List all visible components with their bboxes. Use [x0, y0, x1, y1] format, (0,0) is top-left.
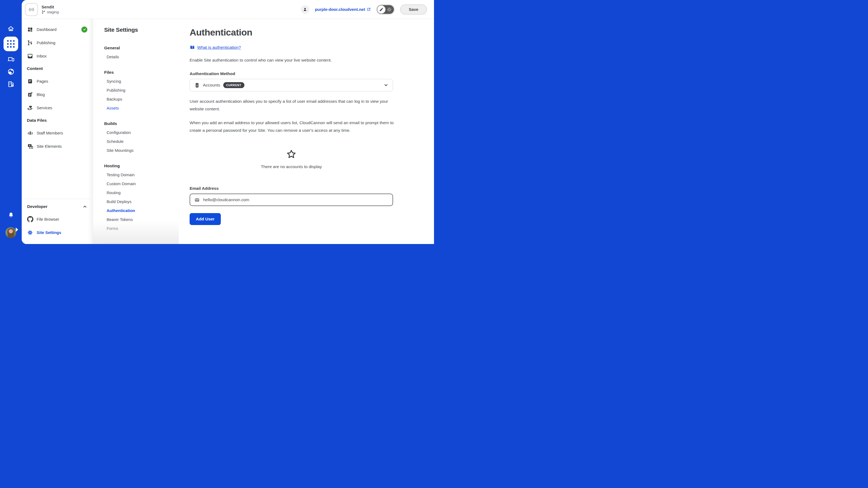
settings-sections: GeneralDetailsFilesSyncingPublishingBack…: [104, 43, 179, 233]
developer-section: Developer File Browser Site Settings: [24, 199, 90, 240]
mail-icon: [194, 197, 200, 203]
settings-item-site-mountings[interactable]: Site Mountings: [104, 146, 179, 155]
settings-item-authentication[interactable]: Authentication: [104, 206, 179, 215]
topbar-actions: purple-door.cloudvent.net Save: [301, 4, 427, 14]
rail-item[interactable]: [3, 53, 18, 65]
settings-item-bearer-tokens[interactable]: Bearer Tokens: [104, 215, 179, 224]
developer-label: Developer: [27, 204, 48, 209]
sidebar-item-dashboard[interactable]: Dashboard: [22, 23, 93, 36]
chevron-up-icon[interactable]: [83, 204, 87, 209]
apps-grid-icon: [7, 40, 14, 48]
settings-section-header-builds: Builds: [104, 119, 179, 128]
settings-item-custom-domain[interactable]: Custom Domain: [104, 179, 179, 188]
main-content: Authentication What is authentication? E…: [179, 19, 434, 244]
page-title: Authentication: [190, 27, 423, 38]
workflow-icon: [27, 40, 33, 46]
site-elements-icon: [27, 143, 33, 150]
settings-item-schedule[interactable]: Schedule: [104, 137, 179, 146]
empty-state-message: There are no accounts to display: [190, 164, 393, 169]
sidebar-item-site-elements[interactable]: Site Elements: [22, 140, 93, 153]
sidebar-item-services[interactable]: Services: [22, 101, 93, 115]
rail-nav: [3, 23, 18, 90]
dashboard-icon: [27, 27, 33, 33]
rail-item-active[interactable]: [3, 37, 18, 51]
blog-icon: [27, 92, 33, 98]
sidebar-item-label: Publishing: [37, 40, 55, 45]
email-address-label: Email Address: [190, 186, 423, 191]
add-user-button[interactable]: Add User: [190, 213, 221, 225]
live-site-link[interactable]: purple-door.cloudvent.net: [315, 7, 371, 12]
cloudcannon-logo-icon[interactable]: [5, 3, 17, 16]
expand-arrow-icon[interactable]: [16, 227, 18, 232]
user-avatar[interactable]: [5, 227, 16, 238]
external-link-icon: [367, 7, 371, 11]
staff-icon: [27, 130, 33, 136]
sidebar-item-label: Site Settings: [37, 230, 61, 235]
sidebar-header-developer[interactable]: Developer: [24, 201, 90, 213]
doc-link-row: What is authentication?: [190, 45, 423, 50]
authentication-method-select[interactable]: Accounts CURRENT: [190, 79, 393, 91]
settings-section-header-hosting: Hosting: [104, 161, 179, 170]
sidebar-item-publishing[interactable]: Publishing: [22, 36, 93, 50]
topbar: Sendit staging purple-door.cloudvent.net…: [22, 0, 434, 19]
sidebar-item-staff-members[interactable]: Staff Members: [22, 126, 93, 140]
settings-item-details[interactable]: Details: [104, 52, 179, 61]
empty-state: There are no accounts to display: [190, 149, 393, 169]
sidebar-item-label: Inbox: [37, 54, 46, 58]
method-value: Accounts: [203, 83, 220, 88]
rail-item[interactable]: [3, 65, 18, 78]
edit-mode-toggle[interactable]: [376, 4, 395, 14]
pages-icon: [27, 78, 33, 84]
inbox-icon: [27, 53, 33, 59]
email-input[interactable]: [203, 197, 389, 202]
settings-item-forms[interactable]: Forms: [104, 224, 179, 233]
settings-item-syncing[interactable]: Syncing: [104, 77, 179, 86]
settings-item-build-deploys[interactable]: Build Deploys: [104, 197, 179, 206]
site-logo: [25, 3, 38, 16]
project-sidebar: Dashboard Publishing Inbox Content Pages…: [22, 19, 93, 244]
intro-text: Enable Site authentication to control wh…: [190, 56, 396, 64]
success-check-badge: [82, 27, 87, 33]
sidebar-header-data-files: Data Files: [22, 115, 93, 126]
account-button[interactable]: [301, 5, 310, 14]
sidebar-item-label: Blog: [37, 92, 45, 97]
sidebar-item-file-browser[interactable]: File Browser: [24, 213, 90, 226]
contact-card-icon: [194, 83, 200, 88]
settings-item-configuration[interactable]: Configuration: [104, 128, 179, 137]
live-site-url: purple-door.cloudvent.net: [315, 7, 365, 12]
pencil-icon: [377, 5, 385, 13]
settings-item-testing-domain[interactable]: Testing Domain: [104, 170, 179, 179]
sidebar-item-inbox[interactable]: Inbox: [22, 50, 93, 63]
rail-item[interactable]: [3, 23, 18, 35]
save-button[interactable]: Save: [400, 4, 427, 14]
rail-bottom: [3, 209, 18, 238]
settings-section-header-files: Files: [104, 68, 179, 77]
organization-icon: [7, 80, 14, 88]
branch-selector[interactable]: staging: [41, 10, 59, 14]
star-icon: [286, 149, 297, 160]
sidebar-item-label: Site Elements: [37, 144, 62, 149]
settings-item-backups[interactable]: Backups: [104, 95, 179, 104]
settings-section-header-general: General: [104, 43, 179, 52]
notifications-bell-icon[interactable]: [3, 209, 18, 221]
gear-icon: [386, 6, 392, 12]
services-icon: [27, 105, 33, 111]
home-icon: [7, 25, 14, 32]
sidebar-header-content: Content: [22, 63, 93, 74]
sidebar-item-label: Staff Members: [37, 131, 63, 135]
settings-item-publishing[interactable]: Publishing: [104, 86, 179, 95]
sidebar-item-site-settings[interactable]: Site Settings: [24, 226, 90, 239]
sidebar-item-pages[interactable]: Pages: [22, 74, 93, 88]
current-badge: CURRENT: [223, 82, 244, 88]
branch-label: staging: [47, 10, 59, 14]
sidebar-item-label: File Browser: [37, 217, 59, 222]
app-rail: [0, 0, 22, 244]
what-is-authentication-link[interactable]: What is authentication?: [197, 45, 241, 50]
settings-item-routing[interactable]: Routing: [104, 188, 179, 197]
email-input-box: [190, 194, 393, 206]
description-1: User account authentication allows you t…: [190, 98, 396, 113]
settings-item-assets[interactable]: Assets: [104, 104, 179, 112]
rail-item[interactable]: [3, 78, 18, 90]
settings-nav-title: Site Settings: [104, 27, 179, 33]
sidebar-item-blog[interactable]: Blog: [22, 88, 93, 101]
